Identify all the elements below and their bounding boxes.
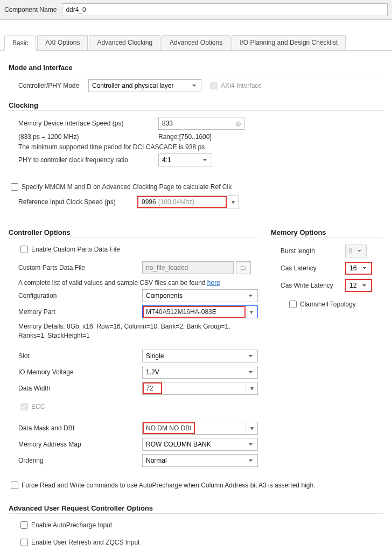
addr-map-row: Memory Address Map ROW COLUMN BANK xyxy=(18,436,258,452)
csv-here-link[interactable]: here xyxy=(207,279,220,287)
phy-ratio-row: PHY to controller clock frequency ratio … xyxy=(18,152,383,168)
tab-io-planning[interactable]: I/O Planning and Design Checklist xyxy=(232,35,346,50)
slot-select[interactable]: Single xyxy=(142,350,258,362)
ref-clk-label: Reference Input Clock Speed (ps) xyxy=(18,198,137,206)
phy-ratio-select[interactable]: 4:1 xyxy=(158,154,212,166)
mem-speed-label: Memory Device Interface Speed (ps) xyxy=(18,120,158,127)
tab-advanced-options[interactable]: Advanced Options xyxy=(162,35,230,50)
chevron-down-icon[interactable]: ▾ xyxy=(246,306,257,318)
data-width-select[interactable]: 72 ▾ xyxy=(142,382,258,395)
ordering-row: Ordering Normal xyxy=(18,452,258,469)
clamshell-checkbox[interactable] xyxy=(289,301,297,308)
autoprecharge-row: Enable AutoPrecharge Input xyxy=(18,518,383,532)
controller-phy-row: Controller/PHY Mode Controller and physi… xyxy=(18,78,383,94)
ordering-select[interactable]: Normal xyxy=(142,454,258,467)
cas-latency-select[interactable]: 16 xyxy=(345,262,372,275)
configuration-label: Configuration xyxy=(18,292,142,299)
mmcm-row: Specify MMCM M and D on Advanced Clockin… xyxy=(9,180,383,194)
ecc-checkbox xyxy=(20,403,28,410)
chevron-down-icon[interactable]: ▾ xyxy=(246,382,257,394)
ref-clk-hz: (100.04Mhz) xyxy=(158,198,194,206)
memory-part-select[interactable]: MT40A512M16HA-083E ▾ xyxy=(142,305,258,318)
section-clocking: Clocking xyxy=(9,99,383,111)
io-voltage-select[interactable]: 1.2V xyxy=(142,366,258,379)
dm-dbi-select[interactable]: NO DM NO DBI ▾ xyxy=(142,422,258,435)
custom-parts-label: Custom Parts Data File xyxy=(18,264,142,271)
section-controller-options: Controller Options xyxy=(9,226,258,238)
axi4-label: AXI4 Interface xyxy=(221,82,262,89)
memory-part-row: Memory Part MT40A512M16HA-083E ▾ xyxy=(18,304,258,320)
cas-write-row: Cas Write Latency 12 xyxy=(281,277,383,294)
io-voltage-row: IO Memory Voltage 1.2V xyxy=(18,364,258,380)
section-memory-options: Memory Options xyxy=(271,226,383,238)
cas-latency-label: Cas Latency xyxy=(281,264,345,272)
ecc-label: ECC xyxy=(31,403,45,410)
user-refresh-label: Enable User Refresh and ZQCS Input xyxy=(31,539,139,546)
addr-map-select[interactable]: ROW COLUMN BANK xyxy=(142,438,258,451)
custom-parts-row: Custom Parts Data File 🗀 xyxy=(18,260,258,276)
dm-dbi-label: Data Mask and DBI xyxy=(18,424,142,432)
mem-speed-range: Range:[750..1600] xyxy=(158,133,212,141)
configuration-select[interactable]: Components xyxy=(142,289,258,302)
controller-options-col: Controller Options Enable Custom Parts D… xyxy=(9,221,258,469)
user-refresh-row: Enable User Refresh and ZQCS Input xyxy=(18,535,383,549)
custom-parts-input xyxy=(142,261,234,274)
ordering-label: Ordering xyxy=(18,457,142,464)
section-mode-interface: Mode and Interface xyxy=(9,61,383,73)
force-rw-checkbox[interactable] xyxy=(11,482,18,489)
enable-custom-label: Enable Custom Parts Data File xyxy=(31,246,120,253)
mmcm-label: Specify MMCM M and D on Advanced Clockin… xyxy=(22,183,232,191)
component-name-label: Component Name xyxy=(4,6,57,13)
clear-icon[interactable]: ⊘ xyxy=(235,120,241,128)
csv-note: A complete list of valid values and samp… xyxy=(18,278,258,288)
cas-write-select[interactable]: 12 xyxy=(345,279,372,292)
clamshell-row: Clamshell Topology xyxy=(287,297,383,311)
dm-dbi-row: Data Mask and DBI NO DM NO DBI ▾ xyxy=(18,420,258,436)
enable-custom-row: Enable Custom Parts Data File xyxy=(18,242,258,256)
clamshell-label: Clamshell Topology xyxy=(300,301,356,308)
enable-custom-checkbox[interactable] xyxy=(20,246,28,253)
component-name-input[interactable] xyxy=(62,3,388,16)
cas-write-label: Cas Write Latency xyxy=(281,282,345,289)
tab-basic[interactable]: Basic xyxy=(4,36,36,51)
configuration-row: Configuration Components xyxy=(18,288,258,304)
burst-select: 8 xyxy=(345,245,367,257)
options-two-col: Controller Options Enable Custom Parts D… xyxy=(9,221,383,469)
tab-axi-options[interactable]: AXI Options xyxy=(37,35,88,50)
slot-label: Slot xyxy=(18,352,142,360)
tab-advanced-clocking[interactable]: Advanced Clocking xyxy=(89,35,160,50)
chevron-down-icon[interactable]: ▾ xyxy=(246,422,257,434)
memory-part-label: Memory Part xyxy=(18,308,142,316)
memory-options-col: Memory Options Burst length 8 Cas Latenc… xyxy=(271,221,383,311)
data-width-label: Data Width xyxy=(18,385,142,392)
ecc-row: ECC xyxy=(18,400,258,414)
memory-details: Memory Details: 8Gb, x16, Row=16, Column… xyxy=(18,320,255,343)
dm-dbi-value: NO DM NO DBI xyxy=(143,422,195,434)
component-name-bar: Component Name xyxy=(0,0,392,20)
mem-speed-note: (833 ps = 1200 MHz) xyxy=(18,133,158,141)
burst-label: Burst length xyxy=(281,247,345,255)
controller-phy-label: Controller/PHY Mode xyxy=(18,82,88,89)
phy-ratio-label: PHY to controller clock frequency ratio xyxy=(18,156,158,164)
burst-row: Burst length 8 xyxy=(281,242,383,260)
slot-row: Slot Single xyxy=(18,348,258,364)
controller-phy-select[interactable]: Controller and physical layer xyxy=(88,79,201,92)
chevron-down-icon[interactable]: ▾ xyxy=(227,196,239,208)
autoprecharge-checkbox[interactable] xyxy=(20,521,28,529)
memory-part-value: MT40A512M16HA-083E xyxy=(143,306,246,318)
mem-speed-input[interactable] xyxy=(158,117,244,130)
mem-speed-row: Memory Device Interface Speed (ps) ⊘ xyxy=(18,115,383,131)
force-rw-label: Force Read and Write commands to use Aut… xyxy=(22,482,315,489)
autoprecharge-label: Enable AutoPrecharge Input xyxy=(31,521,112,529)
tab-bar: Basic AXI Options Advanced Clocking Adva… xyxy=(0,35,392,51)
ref-clk-row: Reference Input Clock Speed (ps) 9996 (1… xyxy=(18,194,383,210)
addr-map-label: Memory Address Map xyxy=(18,441,142,448)
force-rw-row: Force Read and Write commands to use Aut… xyxy=(9,478,383,492)
mmcm-checkbox[interactable] xyxy=(11,183,18,191)
data-width-row: Data Width 72 ▾ xyxy=(18,380,258,396)
ref-clk-select[interactable]: 9996 (100.04Mhz) ▾ xyxy=(137,196,239,208)
user-refresh-checkbox[interactable] xyxy=(20,539,28,546)
cas-latency-row: Cas Latency 16 xyxy=(281,260,383,277)
io-voltage-label: IO Memory Voltage xyxy=(18,368,142,376)
folder-icon[interactable]: 🗀 xyxy=(236,261,251,274)
